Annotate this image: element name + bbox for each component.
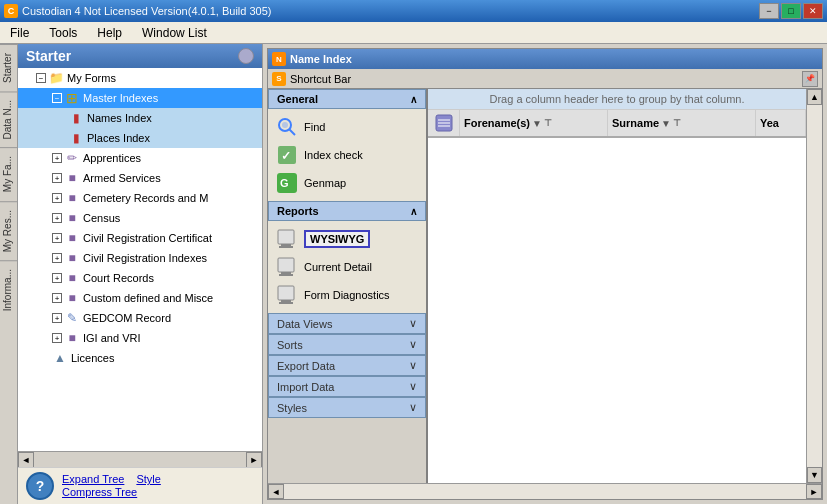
tree-item-licences[interactable]: ▲ Licences (18, 348, 262, 368)
scroll-up-button[interactable]: ▲ (807, 89, 822, 105)
folder-icon-myforms: 📁 (48, 70, 64, 86)
tree-item-gedcom[interactable]: + ✎ GEDCOM Record (18, 308, 262, 328)
expand-gedcom[interactable]: + (52, 313, 62, 323)
expand-court[interactable]: + (52, 273, 62, 283)
sidebar-tab-starter[interactable]: Starter (0, 44, 17, 91)
sidebar-tab-myfa[interactable]: My Fa... (0, 147, 17, 200)
scroll-track[interactable] (807, 105, 822, 467)
menu-help[interactable]: Help (87, 22, 132, 43)
menu-file[interactable]: File (0, 22, 39, 43)
sidebar-tabs: Starter Data N... My Fa... My Res... Inf… (0, 44, 18, 504)
sidebar-tab-myres[interactable]: My Res... (0, 201, 17, 260)
find-item[interactable]: Find (268, 113, 426, 141)
tree-item-namesindex[interactable]: ▮ Names Index (18, 108, 262, 128)
wysiwyg-item[interactable]: WYSIWYG (268, 225, 426, 253)
pin-button[interactable]: 📌 (802, 71, 818, 87)
col-header-surname[interactable]: Surname ▼ ⊤ (608, 110, 756, 136)
menu-window-list[interactable]: Window List (132, 22, 217, 43)
sorts-chevron: ∨ (409, 338, 417, 351)
close-button[interactable]: ✕ (803, 3, 823, 19)
surname-sort-icon[interactable]: ⊤ (673, 118, 681, 128)
expand-custom[interactable]: + (52, 293, 62, 303)
dataviews-section[interactable]: Data Views ∨ (268, 313, 426, 334)
tree-item-census[interactable]: + ■ Census (18, 208, 262, 228)
svg-rect-7 (278, 230, 294, 244)
styles-section[interactable]: Styles ∨ (268, 397, 426, 418)
currentdetail-item[interactable]: Current Detail (268, 253, 426, 281)
indexcheck-item[interactable]: ✓ Index check (268, 141, 426, 169)
tree-item-armedservices[interactable]: + ■ Armed Services (18, 168, 262, 188)
tree-item-custom[interactable]: + ■ Custom defined and Misce (18, 288, 262, 308)
shortcut-bar-icon: S (272, 72, 286, 86)
styles-chevron: ∨ (409, 401, 417, 414)
maximize-button[interactable]: □ (781, 3, 801, 19)
tree-item-igi[interactable]: + ■ IGI and VRI (18, 328, 262, 348)
name-index-window: N Name Index S Shortcut Bar 📌 General ∧ (267, 48, 823, 500)
tree-item-myforms[interactable]: − 📁 My Forms (18, 68, 262, 88)
currentdetail-icon (276, 256, 298, 278)
expand-myforms[interactable]: − (36, 73, 46, 83)
grid-area: Drag a column header here to group by th… (428, 89, 806, 483)
sorts-section[interactable]: Sorts ∨ (268, 334, 426, 355)
style-link[interactable]: Style (136, 473, 160, 485)
expand-census[interactable]: + (52, 213, 62, 223)
scroll-right-button[interactable]: ► (806, 484, 822, 499)
masterindexes-icon: ⊞ (64, 90, 80, 106)
expand-apprentices[interactable]: + (52, 153, 62, 163)
tree-item-placesindex[interactable]: ▮ Places Index (18, 128, 262, 148)
exportdata-label: Export Data (277, 360, 335, 372)
expand-tree-link[interactable]: Expand Tree (62, 473, 124, 485)
licences-icon: ▲ (52, 350, 68, 366)
expand-masterindexes[interactable]: − (52, 93, 62, 103)
expand-civilindexes[interactable]: + (52, 253, 62, 263)
scroll-down-button[interactable]: ▼ (807, 467, 822, 483)
forename-sort-icon[interactable]: ⊤ (544, 118, 552, 128)
tree-scroll-left[interactable]: ◄ (18, 452, 34, 468)
title-bar: C Custodian 4 Not Licensed Version(4.0.1… (0, 0, 827, 22)
surname-filter-icon[interactable]: ▼ (661, 118, 671, 129)
h-scroll-track[interactable] (284, 484, 806, 499)
menu-tools[interactable]: Tools (39, 22, 87, 43)
tree-item-civilcert[interactable]: + ■ Civil Registration Certificat (18, 228, 262, 248)
tree-hscrollbar: ◄ ► (18, 451, 262, 467)
footer-links-row1: Expand Tree Style (62, 473, 161, 485)
general-section-header[interactable]: General ∧ (268, 89, 426, 109)
importdata-section[interactable]: Import Data ∨ (268, 376, 426, 397)
dataviews-label: Data Views (277, 318, 332, 330)
sidebar-tab-data[interactable]: Data N... (0, 91, 17, 147)
expand-igi[interactable]: + (52, 333, 62, 343)
find-icon (276, 116, 298, 138)
tree-item-apprentices[interactable]: + ✏ Apprentices (18, 148, 262, 168)
shortcut-panel: General ∧ (268, 89, 428, 483)
general-label: General (277, 93, 318, 105)
tree-item-cemetery[interactable]: + ■ Cemetery Records and M (18, 188, 262, 208)
expand-civilcert[interactable]: + (52, 233, 62, 243)
scroll-left-button[interactable]: ◄ (268, 484, 284, 499)
tree-scroll-right[interactable]: ► (246, 452, 262, 468)
col-header-icon[interactable] (428, 110, 460, 136)
help-button[interactable]: ? (26, 472, 54, 500)
exportdata-section[interactable]: Export Data ∨ (268, 355, 426, 376)
formdiag-label: Form Diagnostics (304, 289, 390, 301)
formdiag-item[interactable]: Form Diagnostics (268, 281, 426, 309)
genmap-item[interactable]: G Genmap (268, 169, 426, 197)
sorts-label: Sorts (277, 339, 303, 351)
right-panel: N Name Index S Shortcut Bar 📌 General ∧ (263, 44, 827, 504)
col-header-year[interactable]: Yea (756, 110, 806, 136)
starter-panel: Starter − 📁 My Forms − ⊞ Master Indexes (18, 44, 263, 504)
reports-section-header[interactable]: Reports ∧ (268, 201, 426, 221)
surname-label: Surname (612, 117, 659, 129)
grid-columns: Forename(s) ▼ ⊤ Surname ▼ ⊤ Yea (428, 110, 806, 138)
forename-filter-icon[interactable]: ▼ (532, 118, 542, 129)
sidebar-tab-informa[interactable]: Informa... (0, 260, 17, 319)
svg-rect-15 (279, 302, 293, 304)
minimize-button[interactable]: − (759, 3, 779, 19)
tree-item-masterindexes[interactable]: − ⊞ Master Indexes (18, 88, 262, 108)
app-icon: C (4, 4, 18, 18)
compress-tree-link[interactable]: Compress Tree (62, 486, 137, 498)
expand-cemetery[interactable]: + (52, 193, 62, 203)
tree-item-court[interactable]: + ■ Court Records (18, 268, 262, 288)
tree-item-civilindexes[interactable]: + ■ Civil Registration Indexes (18, 248, 262, 268)
col-header-forename[interactable]: Forename(s) ▼ ⊤ (460, 110, 608, 136)
expand-armedservices[interactable]: + (52, 173, 62, 183)
